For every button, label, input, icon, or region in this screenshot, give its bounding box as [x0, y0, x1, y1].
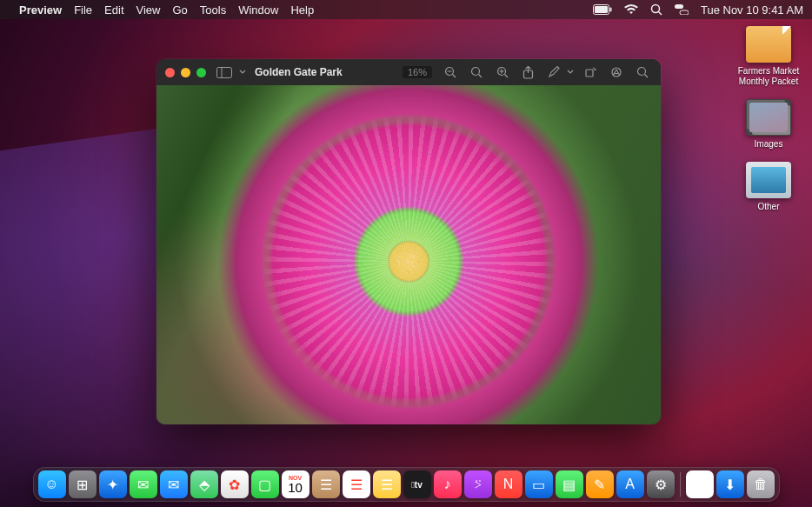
app-glyph: ✉: [137, 477, 149, 493]
zoom-level[interactable]: 16%: [403, 66, 432, 78]
svg-rect-2: [609, 8, 611, 12]
svg-line-10: [453, 75, 456, 78]
rotate-icon[interactable]: [581, 64, 600, 80]
menu-go[interactable]: Go: [172, 3, 187, 17]
menu-view[interactable]: View: [136, 3, 161, 17]
svg-point-12: [472, 68, 480, 76]
menubar-clock[interactable]: Tue Nov 10 9:41 AM: [701, 3, 803, 17]
app-glyph: ⍩: [474, 477, 483, 492]
desktop-icons: Farmers Market Monthly Packet Images Oth…: [734, 26, 803, 224]
highlight-icon[interactable]: [607, 64, 626, 80]
markup-menu-icon[interactable]: [567, 69, 574, 76]
dock-app-preview[interactable]: 🖼: [686, 470, 714, 498]
dock-app-contacts[interactable]: ☰: [312, 470, 340, 498]
dock-app-photos[interactable]: ✿: [221, 470, 249, 498]
search-icon[interactable]: [633, 64, 652, 80]
desktop-item-label: Farmers Market Monthly Packet: [734, 66, 803, 87]
dock-app-app-store[interactable]: A: [616, 470, 644, 498]
zoom-out-icon[interactable]: [441, 64, 460, 80]
dock-app-calendar[interactable]: NOV10: [282, 470, 309, 498]
app-glyph: ⚙: [655, 477, 667, 493]
dock-app-finder[interactable]: ☺: [38, 470, 66, 498]
menu-tools[interactable]: Tools: [200, 3, 226, 17]
markup-icon[interactable]: [544, 64, 563, 80]
zoom-actual-icon[interactable]: [467, 64, 486, 80]
svg-rect-1: [595, 6, 608, 13]
dock-app-messages[interactable]: ✉: [130, 470, 157, 498]
dock-app-pages[interactable]: ✎: [586, 470, 614, 498]
window-titlebar[interactable]: Golden Gate Park 16%: [156, 59, 661, 85]
dock-app-music[interactable]: ♪: [434, 470, 462, 498]
dock-container: ☺⊞✦✉✉⬘✿▢NOV10☰☰☰tv♪⍩N▭▤✎A⚙🖼⬇🗑: [0, 467, 812, 502]
menu-edit[interactable]: Edit: [104, 3, 123, 17]
window-fullscreen-button[interactable]: [196, 68, 206, 77]
app-glyph: N: [503, 477, 514, 492]
dock-app-keynote[interactable]: ▭: [525, 470, 553, 498]
app-glyph: ▢: [258, 477, 271, 493]
desktop-item-label: Other: [757, 202, 779, 212]
app-glyph: ⬘: [199, 477, 210, 493]
image-content: [156, 85, 661, 424]
image-viewport[interactable]: [156, 85, 661, 424]
app-glyph: ✎: [594, 477, 605, 493]
app-glyph: ▤: [562, 477, 576, 493]
svg-line-24: [645, 75, 649, 78]
dock-app-reminders[interactable]: ☰: [343, 470, 370, 498]
desktop-item-other[interactable]: Other: [734, 162, 803, 212]
control-center-icon[interactable]: [675, 4, 689, 15]
app-glyph: ☰: [381, 477, 393, 493]
dock-app-mail[interactable]: ✉: [160, 470, 188, 498]
image-icon: [746, 162, 791, 198]
dock-app-notes[interactable]: ☰: [373, 470, 401, 498]
app-glyph: ✉: [168, 477, 179, 493]
document-icon: [746, 26, 791, 63]
window-close-button[interactable]: [165, 68, 175, 77]
app-glyph: ⊞: [77, 477, 88, 493]
svg-line-13: [479, 75, 483, 78]
app-menu[interactable]: Preview: [19, 3, 62, 17]
app-glyph: ♪: [444, 477, 451, 492]
window-title: Golden Gate Park: [255, 66, 343, 78]
menu-window[interactable]: Window: [238, 3, 278, 17]
app-glyph: A: [625, 477, 635, 492]
dock-app-system-preferences[interactable]: ⚙: [647, 470, 675, 498]
app-glyph: 🖼: [693, 477, 707, 492]
dock-app-tv[interactable]: tv: [403, 470, 431, 498]
svg-line-4: [658, 12, 662, 16]
dock-app-trash[interactable]: 🗑: [747, 470, 775, 498]
app-glyph: 🗑: [754, 477, 768, 492]
battery-icon[interactable]: [593, 4, 612, 15]
svg-point-3: [651, 5, 659, 13]
dock-app-launchpad[interactable]: ⊞: [69, 470, 97, 498]
desktop-item-farmers-market[interactable]: Farmers Market Monthly Packet: [734, 26, 803, 87]
app-glyph: ☰: [350, 477, 363, 493]
svg-line-15: [505, 75, 509, 78]
menubar: Preview File Edit View Go Tools Window H…: [0, 0, 812, 19]
menu-help[interactable]: Help: [290, 3, 314, 17]
sidebar-icon[interactable]: [213, 65, 236, 80]
dock-app-downloads[interactable]: ⬇: [716, 470, 744, 498]
menu-file[interactable]: File: [74, 3, 92, 17]
wifi-icon[interactable]: [624, 4, 638, 15]
zoom-in-icon[interactable]: [493, 64, 512, 80]
share-icon[interactable]: [519, 64, 537, 81]
dock-app-numbers[interactable]: ▤: [556, 470, 583, 498]
app-glyph: ✦: [107, 477, 118, 493]
dock-app-safari[interactable]: ✦: [99, 470, 127, 498]
svg-rect-6: [680, 10, 689, 15]
dock-app-maps[interactable]: ⬘: [190, 470, 218, 498]
window-minimize-button[interactable]: [181, 68, 190, 77]
dock-app-podcasts[interactable]: ⍩: [464, 470, 492, 498]
traffic-lights: [165, 68, 206, 77]
spotlight-icon[interactable]: [650, 3, 662, 16]
svg-rect-7: [217, 67, 232, 77]
preview-window: Golden Gate Park 16%: [156, 59, 661, 424]
svg-rect-20: [586, 70, 593, 77]
dock-app-facetime[interactable]: ▢: [251, 470, 279, 498]
stack-icon: [746, 99, 791, 136]
desktop-item-images[interactable]: Images: [734, 99, 803, 150]
chevron-down-icon[interactable]: [239, 69, 246, 76]
tv-glyph: tv: [411, 480, 423, 490]
dock-app-news[interactable]: N: [495, 470, 522, 498]
svg-point-23: [638, 68, 646, 76]
